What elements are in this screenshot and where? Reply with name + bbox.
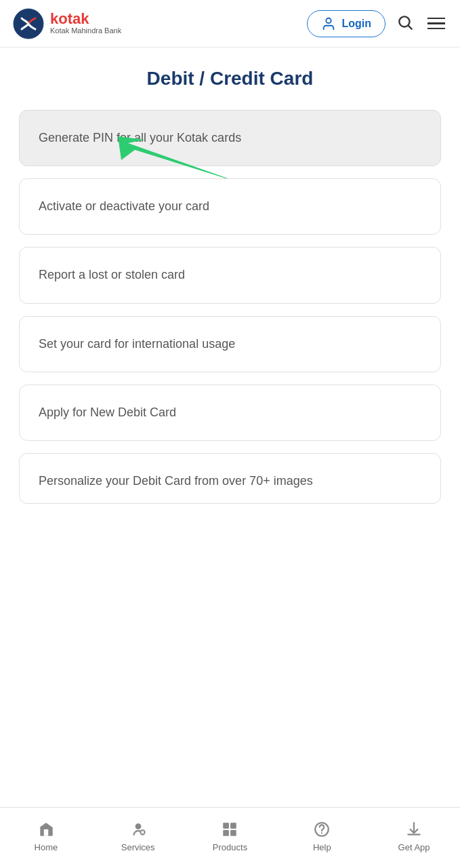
menu-line-1	[427, 18, 445, 20]
main-content: Debit / Credit Card Generate PIN for all…	[0, 47, 460, 585]
svg-rect-14	[224, 830, 230, 836]
menu-item-apply-debit[interactable]: Apply for New Debit Card	[19, 384, 441, 441]
menu-item-text-report-lost: Report a lost or stolen card	[39, 268, 185, 281]
svg-point-6	[135, 823, 141, 829]
menu-item-text-international-usage: Set your card for international usage	[39, 337, 235, 351]
login-label: Login	[341, 18, 371, 30]
logo-container: kotak Kotak Mahindra Bank	[12, 7, 121, 40]
products-icon	[220, 820, 239, 839]
nav-label-products: Products	[213, 842, 247, 852]
menu-item-text-generate-pin: Generate PIN for all your Kotak cards	[39, 131, 241, 144]
svg-point-7	[140, 830, 145, 835]
nav-label-services: Services	[121, 842, 155, 852]
nav-item-home[interactable]: Home	[19, 820, 73, 852]
menu-item-personalize[interactable]: Personalize your Debit Card from over 70…	[19, 453, 441, 504]
help-icon	[312, 820, 331, 839]
svg-line-3	[409, 26, 412, 29]
search-button[interactable]	[394, 11, 417, 36]
page-title: Debit / Credit Card	[19, 68, 441, 90]
nav-label-home: Home	[35, 842, 58, 852]
svg-rect-15	[231, 830, 237, 836]
nav-item-products[interactable]: Products	[203, 820, 257, 852]
menu-item-report-lost[interactable]: Report a lost or stolen card	[19, 247, 441, 303]
svg-rect-12	[224, 823, 230, 829]
svg-point-1	[327, 18, 331, 22]
menu-item-text-apply-debit: Apply for New Debit Card	[39, 406, 176, 419]
user-icon	[321, 16, 336, 31]
menu-line-3	[427, 28, 445, 30]
nav-label-get-app: Get App	[398, 842, 430, 852]
menu-item-international-usage[interactable]: Set your card for international usage	[19, 316, 441, 372]
menu-item-activate-card[interactable]: Activate or deactivate your card	[19, 178, 441, 235]
header: kotak Kotak Mahindra Bank Login	[0, 0, 460, 47]
header-actions: Login	[307, 10, 448, 37]
login-button[interactable]: Login	[307, 10, 385, 37]
getapp-icon	[404, 820, 423, 839]
menu-item-text-activate-card: Activate or deactivate your card	[39, 199, 209, 213]
hamburger-menu-button[interactable]	[425, 15, 448, 33]
logo-text: kotak Kotak Mahindra Bank	[50, 12, 121, 35]
bottom-nav: Home Services Products	[0, 807, 460, 868]
services-icon	[129, 820, 148, 839]
nav-item-get-app[interactable]: Get App	[387, 820, 441, 852]
svg-point-17	[321, 832, 322, 833]
menu-item-text-personalize: Personalize your Debit Card from over 70…	[39, 474, 313, 488]
nav-label-help: Help	[313, 842, 331, 852]
logo-name: kotak	[50, 12, 121, 26]
svg-rect-13	[231, 823, 237, 829]
nav-item-help[interactable]: Help	[295, 820, 349, 852]
logo-tagline: Kotak Mahindra Bank	[50, 26, 121, 35]
nav-item-services[interactable]: Services	[111, 820, 165, 852]
menu-line-2	[427, 22, 445, 24]
home-icon	[37, 820, 56, 839]
kotak-logo-icon	[12, 7, 45, 40]
menu-item-generate-pin[interactable]: Generate PIN for all your Kotak cards	[19, 110, 441, 166]
search-icon	[396, 14, 414, 31]
